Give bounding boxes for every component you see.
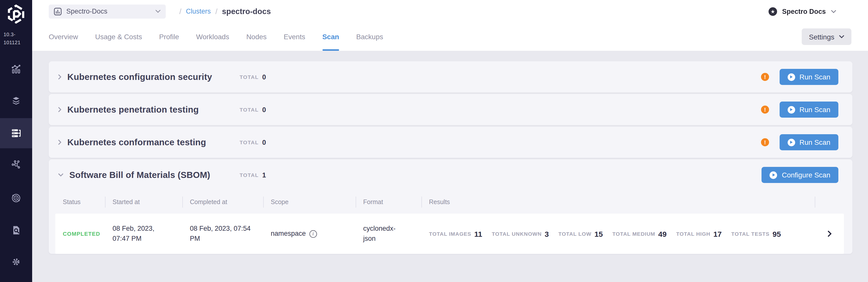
chevron-down-icon xyxy=(831,9,836,13)
section-title: Kubernetes configuration security xyxy=(67,72,212,82)
tab-events[interactable]: Events xyxy=(284,23,305,51)
bar-chart-icon xyxy=(54,7,62,15)
result-total-low: TOTAL LOW 15 xyxy=(558,229,603,238)
row-detail-chevron[interactable] xyxy=(815,230,844,237)
tab-profile[interactable]: Profile xyxy=(159,23,179,51)
breadcrumb-clusters-link[interactable]: Clusters xyxy=(186,7,211,15)
breadcrumb: / Clusters / spectro-docs xyxy=(179,7,271,16)
play-icon xyxy=(787,106,795,113)
document-search-icon xyxy=(10,225,22,236)
cell-completed-at: 08 Feb, 2023, 07:54 PM xyxy=(182,224,263,244)
app-window: 10.3- 101121 xyxy=(0,0,868,282)
sbom-table: Status Started at Completed at Scope For… xyxy=(55,191,844,254)
tab-nodes[interactable]: Nodes xyxy=(246,23,267,51)
chevron-down-icon xyxy=(155,9,161,13)
section-header[interactable]: Kubernetes penetration testing TOTAL 0 !… xyxy=(49,94,852,125)
tab-backups[interactable]: Backups xyxy=(356,23,383,51)
chevron-down-icon xyxy=(839,35,844,38)
sidebar-nav xyxy=(0,46,32,270)
sidebar-item-settings[interactable] xyxy=(8,254,24,270)
cluster-tabs: Overview Usage & Costs Profile Workloads… xyxy=(49,23,383,51)
column-scope: Scope xyxy=(263,191,355,214)
chevron-down-icon xyxy=(58,173,64,177)
sidebar-item-workspaces[interactable] xyxy=(8,157,24,172)
column-results: Results xyxy=(422,191,815,214)
section-header[interactable]: Kubernetes configuration security TOTAL … xyxy=(49,61,852,92)
main-area: Spectro-Docs / Clusters / spectro-docs ★… xyxy=(32,0,868,282)
info-icon[interactable]: i xyxy=(309,230,317,237)
sidebar: 10.3- 101121 xyxy=(0,0,32,282)
orbit-icon xyxy=(10,193,22,204)
warning-icon: ! xyxy=(761,138,769,146)
result-total-high: TOTAL HIGH 17 xyxy=(676,229,721,238)
section-title: Kubernetes conformance testing xyxy=(67,137,206,147)
section-header[interactable]: Kubernetes conformance testing TOTAL 0 !… xyxy=(49,127,852,158)
column-actions xyxy=(815,191,844,214)
sidebar-item-monitoring[interactable] xyxy=(8,62,24,77)
chevron-right-icon xyxy=(58,107,62,113)
tab-bar: Overview Usage & Costs Profile Workloads… xyxy=(32,23,868,51)
project-selector[interactable]: ★ Spectro Docs xyxy=(769,7,836,16)
cluster-selector-label: Spectro-Docs xyxy=(66,7,107,15)
chevron-right-icon xyxy=(827,230,832,237)
sidebar-item-cluster-groups[interactable] xyxy=(8,191,24,205)
palette-logo-icon xyxy=(6,4,26,24)
breadcrumb-separator: / xyxy=(215,7,217,16)
chevron-right-icon xyxy=(58,74,62,80)
run-scan-button[interactable]: Run Scan xyxy=(779,134,838,150)
play-icon xyxy=(787,139,795,146)
sidebar-item-clusters[interactable] xyxy=(0,118,32,148)
result-total-medium: TOTAL MEDIUM 49 xyxy=(612,229,666,238)
status-badge: COMPLETED xyxy=(63,231,100,237)
clusters-icon xyxy=(10,128,22,139)
scan-section-penetration-testing: Kubernetes penetration testing TOTAL 0 !… xyxy=(49,94,852,125)
gear-icon xyxy=(10,256,22,267)
column-started-at: Started at xyxy=(105,191,182,214)
scan-section-conformance-testing: Kubernetes conformance testing TOTAL 0 !… xyxy=(49,127,852,158)
configure-scan-button[interactable]: Configure Scan xyxy=(762,167,838,183)
cell-scope: namespace i xyxy=(263,229,355,239)
chevron-right-icon xyxy=(58,139,62,145)
column-completed-at: Completed at xyxy=(182,191,263,214)
stack-icon xyxy=(10,95,22,107)
cell-format: cyclonedx-json xyxy=(355,224,422,244)
section-total: TOTAL 1 xyxy=(240,171,266,179)
cell-results: TOTAL IMAGES 11 TOTAL UNKNOWN 3 TOTAL LO… xyxy=(422,229,815,238)
project-star-icon: ★ xyxy=(769,7,777,16)
sidebar-item-profiles[interactable] xyxy=(8,93,24,109)
result-total-unknown: TOTAL UNKNOWN 3 xyxy=(492,229,549,238)
cell-status: COMPLETED xyxy=(55,229,105,239)
scan-content: Kubernetes configuration security TOTAL … xyxy=(32,51,868,282)
section-total: TOTAL 0 xyxy=(240,73,266,81)
network-icon xyxy=(10,159,22,170)
breadcrumb-current: spectro-docs xyxy=(222,7,271,16)
tab-overview[interactable]: Overview xyxy=(49,23,78,51)
top-bar: Spectro-Docs / Clusters / spectro-docs ★… xyxy=(32,0,868,23)
scan-section-configuration-security: Kubernetes configuration security TOTAL … xyxy=(49,61,852,92)
tab-scan[interactable]: Scan xyxy=(322,23,339,51)
sidebar-item-audit[interactable] xyxy=(8,223,24,238)
app-version: 10.3- 101121 xyxy=(0,31,21,46)
play-icon xyxy=(787,73,795,81)
tab-workloads[interactable]: Workloads xyxy=(196,23,229,51)
sbom-table-header: Status Started at Completed at Scope For… xyxy=(55,191,844,214)
section-title: Software Bill of Materials (SBOM) xyxy=(69,170,210,180)
run-scan-button[interactable]: Run Scan xyxy=(779,69,838,85)
project-label: Spectro Docs xyxy=(782,7,826,15)
sbom-table-row[interactable]: COMPLETED 08 Feb, 2023, 07:47 PM 08 Feb,… xyxy=(55,214,844,254)
column-format: Format xyxy=(355,191,422,214)
run-scan-button[interactable]: Run Scan xyxy=(779,102,838,118)
scan-section-sbom: Software Bill of Materials (SBOM) TOTAL … xyxy=(49,159,852,254)
warning-icon: ! xyxy=(761,106,769,114)
section-header[interactable]: Software Bill of Materials (SBOM) TOTAL … xyxy=(49,159,852,191)
column-status: Status xyxy=(55,191,105,214)
section-title: Kubernetes penetration testing xyxy=(67,104,199,115)
settings-button[interactable]: Settings xyxy=(802,28,851,45)
section-total: TOTAL 0 xyxy=(240,139,266,146)
tab-usage-costs[interactable]: Usage & Costs xyxy=(95,23,142,51)
section-total: TOTAL 0 xyxy=(240,106,266,113)
breadcrumb-separator: / xyxy=(179,7,181,16)
cell-started-at: 08 Feb, 2023, 07:47 PM xyxy=(105,224,182,244)
cluster-selector[interactable]: Spectro-Docs xyxy=(49,4,166,18)
result-total-images: TOTAL IMAGES 11 xyxy=(429,229,482,238)
